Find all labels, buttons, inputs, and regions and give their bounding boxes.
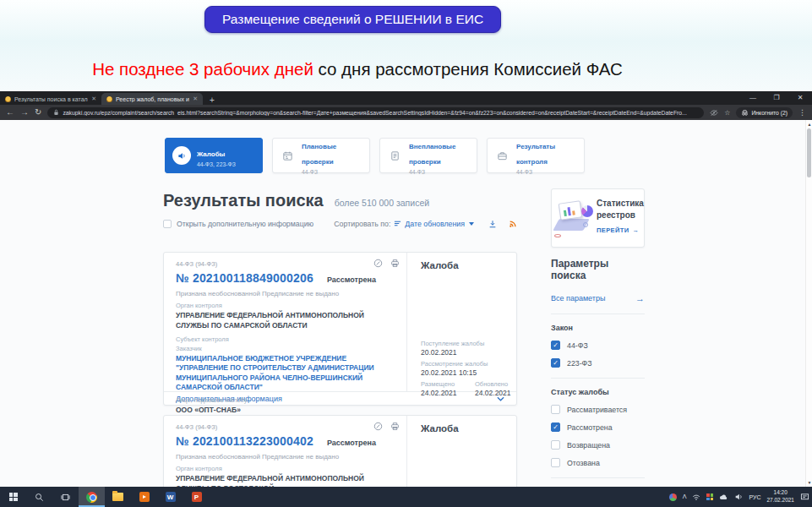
browser-menu-icon[interactable]: ⋮ [798, 108, 806, 117]
registry-statistics-card[interactable]: Статистика реестров ПЕРЕЙТИ → [551, 188, 645, 248]
browser-tab-2-active[interactable]: Реестр жалоб, плановых и вне ✕ [101, 93, 203, 105]
new-tab-icon[interactable]: + [210, 96, 215, 105]
language-indicator[interactable]: РУС [749, 494, 760, 500]
attachment-icon[interactable] [373, 259, 383, 268]
minimize-icon[interactable]: — [741, 91, 765, 104]
reload-icon[interactable]: ↻ [35, 108, 41, 117]
sort-icon [394, 220, 401, 227]
tab-label: Реестр жалоб, плановых и вне [116, 96, 189, 102]
task-view-button[interactable] [52, 487, 79, 507]
close-tab-icon[interactable]: ✕ [91, 95, 96, 102]
sort-dropdown[interactable]: Сортировать по: Дате обновления [334, 220, 474, 228]
download-icon[interactable] [488, 220, 497, 228]
printer-icon[interactable] [390, 259, 400, 268]
incognito-badge[interactable]: Инкогнито (2) [736, 107, 793, 118]
scrollbar-thumb[interactable] [807, 128, 811, 177]
tab-subtitle: 44-ФЗ [302, 169, 362, 175]
checkbox-checked-icon[interactable] [551, 358, 560, 368]
search-sidebar: Статистика реестров ПЕРЕЙТИ → Параметры … [551, 188, 645, 487]
cloud-icon[interactable] [719, 493, 728, 500]
forward-icon[interactable]: → [20, 108, 29, 117]
date-value: 24.02.2021 [421, 389, 475, 397]
taskbar-explorer-button[interactable] [105, 487, 131, 507]
checkbox-label: Отозвана [567, 459, 600, 467]
complaint-card: 44-ФЗ (94-ФЗ) № 202100118849000206 Рассм… [163, 252, 517, 406]
checkbox-checked-icon[interactable] [551, 341, 560, 350]
tab-subtitle: 44-ФЗ, 223-ФЗ [197, 161, 236, 167]
page-scrollbar[interactable]: ▲ ▼ [805, 120, 812, 487]
printer-icon[interactable] [390, 422, 400, 431]
taskbar-chrome-button[interactable] [79, 487, 105, 507]
site-favicon [106, 96, 112, 102]
divider [551, 477, 645, 478]
filter-status-reviewed[interactable]: Рассмотрена [551, 422, 645, 432]
word-icon: W [166, 492, 176, 502]
customer-link[interactable]: МУНИЦИПАЛЬНОЕ БЮДЖЕТНОЕ УЧРЕЖДЕНИЕ "УПРА… [176, 354, 395, 393]
speaker-icon[interactable] [734, 493, 743, 501]
checkbox-icon[interactable] [551, 440, 560, 450]
browser-tab-1[interactable]: Результаты поиска в каталоге ✕ [0, 93, 101, 105]
filter-status-returned[interactable]: Возвращена [551, 440, 645, 450]
incognito-icon [741, 109, 749, 117]
status-section-title: Статус жалобы [551, 388, 645, 396]
field-label: Субъект контроля [176, 335, 395, 343]
filter-law-44fz[interactable]: 44-ФЗ [551, 341, 645, 350]
powerpoint-icon: P [192, 492, 202, 502]
all-params-link[interactable]: Все параметры → [551, 293, 645, 303]
status-badge: Рассмотрена [327, 275, 376, 284]
scroll-down-icon[interactable]: ▼ [806, 480, 812, 485]
control-organ: УПРАВЛЕНИЕ ФЕДЕРАЛЬНОЙ АНТИМОНОПОЛЬНОЙ С… [176, 311, 395, 331]
filter-law-223fz[interactable]: 223-ФЗ [551, 358, 645, 368]
close-tab-icon[interactable]: ✕ [193, 95, 198, 102]
taskbar-word-button[interactable]: W [157, 487, 183, 507]
complaint-number-link[interactable]: № 202100118849000206 [176, 271, 313, 285]
deadline-rest: со дня рассмотрения Комиссией ФАС [313, 59, 623, 79]
close-window-icon[interactable]: ✕ [788, 91, 812, 104]
rss-icon[interactable] [509, 220, 517, 228]
eye-slash-icon[interactable] [710, 109, 718, 117]
tab-control-results[interactable]: Результаты контроля44-ФЗ [487, 138, 585, 173]
action-center-icon[interactable] [800, 493, 809, 501]
browser-toolbar: ← → ↻ zakupki.gov.ru/epz/complaint/searc… [0, 105, 812, 120]
checkbox-checked-icon[interactable] [551, 422, 560, 432]
maximize-icon[interactable]: ❐ [765, 91, 788, 104]
taskbar-search-button[interactable] [26, 487, 52, 507]
date-label: Рассмотрение жалобы [421, 360, 516, 368]
all-params-label: Все параметры [551, 294, 605, 303]
search-params-title: Параметры поиска [551, 258, 645, 281]
network-icon[interactable] [692, 493, 700, 501]
complaint-number-link[interactable]: № 202100113223000402 [176, 434, 313, 448]
checkbox-icon[interactable] [551, 405, 560, 414]
field-label: Орган контроля [176, 465, 395, 472]
tab-planned-inspections[interactable]: Плановые проверки44-ФЗ [272, 138, 370, 173]
slide-banner: Размещение сведений о РЕШЕНИИ в ЕИС Не п… [0, 0, 812, 91]
taskbar-powerpoint-button[interactable]: P [183, 487, 210, 507]
taskbar-media-button[interactable] [131, 487, 157, 507]
checkbox-icon[interactable] [551, 458, 560, 467]
tab-complaints[interactable]: Жалобы44-ФЗ, 223-ФЗ [165, 138, 263, 173]
tab-label: Результаты поиска в каталоге [14, 96, 88, 102]
attachment-icon[interactable] [373, 422, 383, 431]
start-button[interactable] [0, 487, 26, 507]
back-icon[interactable]: ← [6, 108, 14, 117]
statistics-go-link[interactable]: ПЕРЕЙТИ → [597, 226, 640, 234]
bookmark-star-icon[interactable]: ☆ [724, 109, 730, 117]
statistics-title: Статистика реестров [597, 198, 640, 221]
scroll-up-icon[interactable]: ▲ [806, 122, 812, 127]
field-label: Лицо, подавшее жалобу [176, 396, 395, 404]
filter-status-reviewing[interactable]: Рассматривается [551, 405, 645, 414]
divider [551, 313, 645, 314]
open-info-checkbox[interactable] [163, 220, 172, 228]
statistics-illustration [554, 197, 595, 241]
windows-logo-icon [9, 493, 18, 501]
tab-unplanned-inspections[interactable]: Внеплановые проверки44-ФЗ [379, 138, 477, 173]
tray-expand-icon[interactable]: ᐱ [683, 493, 687, 500]
filter-status-withdrawn[interactable]: Отозвана [551, 458, 645, 467]
address-bar[interactable]: zakupki.gov.ru/epz/complaint/search/sear… [47, 107, 704, 118]
complaint-card: 44-ФЗ (94-ФЗ) № 202100113223000402 Рассм… [163, 415, 517, 487]
record-type: Жалоба [421, 423, 516, 433]
tray-colored-circle-icon[interactable] [669, 493, 677, 501]
clock-date: 27.02.2021 [766, 497, 794, 504]
tray-app-icon[interactable] [706, 493, 713, 500]
taskbar-clock[interactable]: 14:20 27.02.2021 [766, 489, 794, 504]
